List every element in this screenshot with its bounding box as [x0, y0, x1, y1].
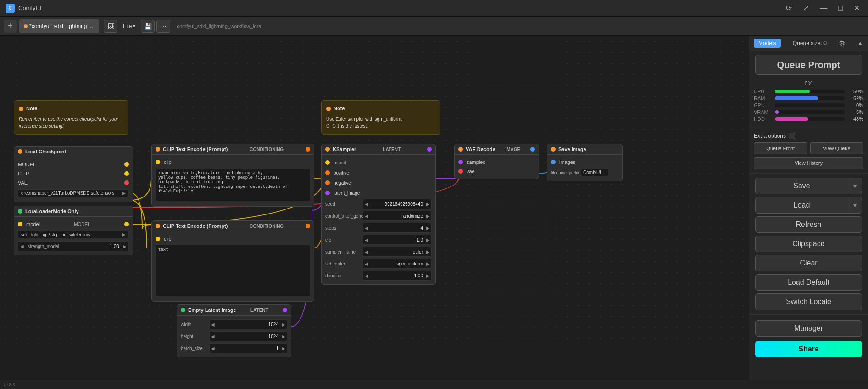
switch-locale-button[interactable]: Switch Locale — [755, 293, 862, 310]
vae-image-out-port — [530, 147, 535, 152]
ksampler-control-left[interactable]: ◀ — [363, 214, 370, 219]
load-default-button[interactable]: Load Default — [755, 274, 862, 291]
ksampler-seed-right[interactable]: ▶ — [425, 202, 431, 207]
save-icon-button[interactable]: 💾 — [141, 20, 155, 33]
divider-3 — [749, 314, 868, 315]
view-history-button[interactable]: View History — [754, 157, 863, 169]
checkpoint-model-label: MODEL — [18, 162, 36, 167]
stat-vram-val: 5% — [847, 109, 863, 115]
checkpoint-clip-port — [124, 171, 129, 176]
ksampler-steps-right[interactable]: ▶ — [425, 226, 431, 231]
clipspace-button[interactable]: Clipspace — [755, 236, 862, 252]
ksampler-cfg-left[interactable]: ◀ — [363, 237, 370, 242]
latent-height-right[interactable]: ▶ — [280, 334, 287, 339]
queue-prompt-button[interactable]: Queue Prompt — [755, 55, 862, 75]
latent-batch-right[interactable]: ▶ — [280, 346, 287, 351]
save-btn-wrapper[interactable]: Save ▾ — [755, 178, 862, 194]
clip1-prompt-textarea[interactable]: ruan_mini_world,Miniature food photograp… — [156, 169, 310, 201]
clip1-clip-label: clip — [164, 159, 172, 165]
clip2-clip-in-port — [156, 237, 160, 241]
strength-value: 1.00 — [73, 243, 121, 249]
ksampler-steps-left[interactable]: ◀ — [363, 226, 370, 231]
reload-button[interactable]: ⟳ — [783, 3, 795, 13]
empty-latent-node: Empty Latent Image LATENT width ◀ 1024 ▶… — [177, 304, 291, 357]
ksampler-scheduler-right[interactable]: ▶ — [425, 261, 431, 266]
latent-height-ctrl[interactable]: ◀ 1024 ▶ — [209, 331, 287, 341]
ksampler-latent-out-label: LATENT — [383, 147, 401, 152]
save-img-dot — [551, 147, 556, 152]
save-img-images-label: images — [559, 159, 575, 165]
strength-label: strength_model — [26, 244, 73, 249]
current-tab[interactable]: *comfyui_sdxl_lightning_... — [19, 19, 99, 33]
strength-left-arrow[interactable]: ◀ — [18, 244, 26, 249]
queue-front-button[interactable]: Queue Front — [754, 142, 807, 154]
add-tab-button[interactable]: + — [4, 20, 17, 33]
stat-hdd-bar-bg — [775, 117, 845, 121]
latent-height-left[interactable]: ◀ — [210, 334, 216, 339]
latent-batch-ctrl[interactable]: ◀ 1 ▶ — [209, 343, 287, 353]
ksampler-denoise-ctrl[interactable]: ◀ 1.00 ▶ — [363, 271, 432, 281]
models-button[interactable]: Models — [754, 39, 781, 48]
latent-batch-left[interactable]: ◀ — [210, 346, 216, 351]
note-text-2: Use Euler sampler with sgm_uniform.CFG 1… — [326, 116, 435, 130]
latent-width-right[interactable]: ▶ — [280, 322, 287, 327]
refresh-button[interactable]: Refresh — [755, 216, 862, 233]
save-img-prefix-input[interactable] — [581, 169, 608, 176]
collapse-button[interactable]: ▲ — [857, 39, 863, 47]
ellipsis-button[interactable]: ⋯ — [156, 20, 170, 33]
save-btn-arrow[interactable]: ▾ — [848, 178, 862, 194]
view-queue-button[interactable]: View Queue — [810, 142, 864, 154]
ksampler-model-label: model — [334, 160, 346, 165]
latent-height-val: 1024 — [216, 334, 280, 339]
ksampler-control-val: randomize — [370, 214, 425, 219]
ksampler-seed-ctrl[interactable]: ◀ 992164925908440 ▶ — [363, 199, 432, 209]
extra-options-checkbox[interactable] — [789, 133, 795, 139]
ksampler-sampler-ctrl[interactable]: ◀ euler ▶ — [363, 247, 432, 257]
ksampler-cfg-right[interactable]: ▶ — [425, 237, 431, 242]
ksampler-scheduler-left[interactable]: ◀ — [363, 261, 370, 266]
ksampler-control-right[interactable]: ▶ — [425, 214, 431, 219]
clip1-clip-in-port — [156, 160, 160, 164]
latent-width-ctrl[interactable]: ◀ 1024 ▶ — [209, 319, 287, 329]
ksampler-cfg-ctrl[interactable]: ◀ 1.0 ▶ — [363, 235, 432, 245]
vae-dot — [458, 147, 463, 152]
note-node-1: Note Remember to use the correct checkpo… — [14, 100, 128, 135]
clip-text-2-node: CLIP Text Encode (Prompt) CONDITIONING c… — [151, 220, 314, 302]
ksampler-steps-val: 4 — [370, 226, 425, 231]
strength-model-input[interactable]: ◀ strength_model 1.00 ▶ — [18, 241, 129, 251]
file-menu-button[interactable]: File ▾ — [119, 20, 139, 33]
load-btn-arrow[interactable]: ▾ — [848, 197, 862, 213]
ksampler-sampler-left[interactable]: ◀ — [363, 249, 370, 254]
strength-right-arrow[interactable]: ▶ — [121, 244, 128, 249]
external-button[interactable]: ⤢ — [800, 3, 812, 13]
ksampler-control-ctrl[interactable]: ◀ randomize ▶ — [363, 211, 432, 221]
checkpoint-expand-icon[interactable]: ▶ — [122, 191, 126, 196]
note-text-1: Remember to use the correct checkpoint f… — [19, 116, 123, 130]
clip2-prompt-textarea[interactable]: text — [156, 245, 310, 296]
clear-button[interactable]: Clear — [755, 255, 862, 271]
settings-button[interactable]: ⚙ — [839, 39, 845, 48]
minimize-button[interactable]: — — [817, 3, 830, 13]
latent-width-left[interactable]: ◀ — [210, 322, 216, 327]
canvas[interactable]: Note Remember to use the correct checkpo… — [0, 36, 749, 380]
lora-expand-icon[interactable]: ▶ — [122, 232, 126, 237]
load-btn-wrapper[interactable]: Load ▾ — [755, 197, 862, 214]
ksampler-sampler-right[interactable]: ▶ — [425, 249, 431, 254]
image-icon-button[interactable]: 🖼 — [104, 20, 117, 33]
save-img-images-in — [551, 160, 556, 164]
ksampler-seed-left[interactable]: ◀ — [363, 202, 370, 207]
vae-vae-label: vae — [467, 169, 475, 174]
maximize-button[interactable]: □ — [835, 3, 846, 13]
ksampler-denoise-right[interactable]: ▶ — [425, 273, 431, 278]
stat-row-ram: RAM 62% — [754, 96, 863, 101]
stat-cpu-val: 50% — [847, 89, 863, 94]
ksampler-denoise-left[interactable]: ◀ — [363, 273, 370, 278]
ksampler-scheduler-ctrl[interactable]: ◀ sgm_uniform ▶ — [363, 259, 432, 269]
share-button[interactable]: Share — [755, 341, 862, 357]
ksampler-steps-ctrl[interactable]: ◀ 4 ▶ — [363, 223, 432, 233]
checkpoint-dot — [18, 149, 22, 154]
close-button[interactable]: ✕ — [851, 3, 862, 13]
latent-width-label: width — [181, 322, 208, 327]
latent-batch-label: batch_size — [181, 346, 208, 351]
manager-button[interactable]: Manager — [755, 320, 862, 337]
